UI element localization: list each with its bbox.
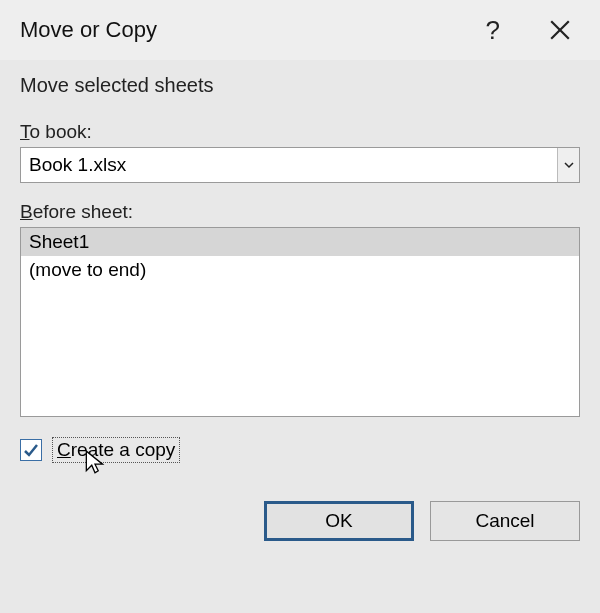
close-icon[interactable]	[540, 10, 580, 50]
create-copy-label: Create a copy	[52, 437, 180, 463]
chevron-down-icon[interactable]	[557, 148, 579, 182]
to-book-value: Book 1.xlsx	[29, 154, 126, 176]
ok-button[interactable]: OK	[264, 501, 414, 541]
before-sheet-label: Before sheet:	[20, 201, 580, 223]
list-item[interactable]: Sheet1	[21, 228, 579, 256]
help-icon[interactable]: ?	[486, 15, 500, 46]
title-bar: Move or Copy ?	[0, 0, 600, 60]
to-book-dropdown[interactable]: Book 1.xlsx	[20, 147, 580, 183]
before-sheet-listbox[interactable]: Sheet1(move to end)	[20, 227, 580, 417]
dialog-title: Move or Copy	[20, 17, 157, 43]
to-book-label: To book:	[20, 121, 580, 143]
instructions-text: Move selected sheets	[20, 74, 580, 97]
list-item[interactable]: (move to end)	[21, 256, 579, 284]
create-copy-row: Create a copy	[20, 437, 580, 463]
create-copy-checkbox[interactable]	[20, 439, 42, 461]
dialog-buttons: OK Cancel	[0, 501, 600, 559]
cancel-button[interactable]: Cancel	[430, 501, 580, 541]
